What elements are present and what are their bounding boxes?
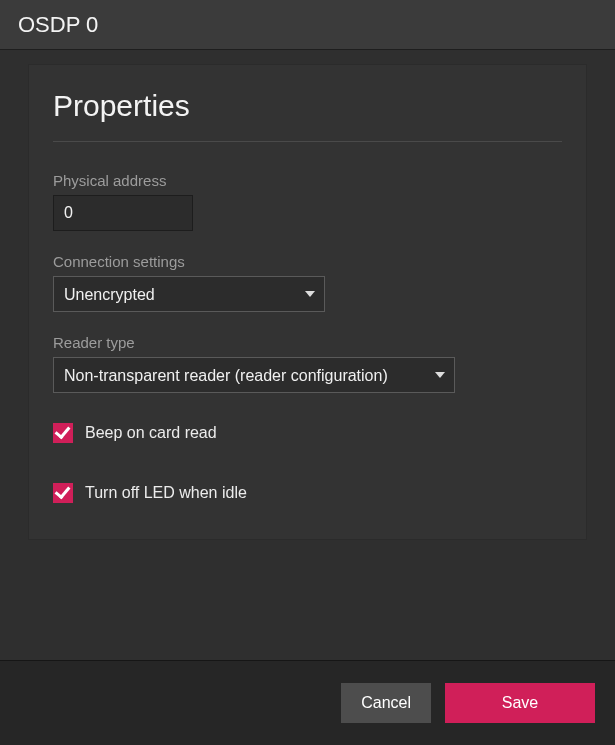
led-checkbox[interactable] (53, 483, 73, 503)
physical-address-group: Physical address (53, 172, 562, 231)
reader-type-label: Reader type (53, 334, 562, 351)
save-button[interactable]: Save (445, 683, 595, 723)
reader-type-select-wrap: Non-transparent reader (reader configura… (53, 357, 455, 393)
beep-checkbox[interactable] (53, 423, 73, 443)
connection-settings-group: Connection settings Unencrypted (53, 253, 562, 312)
dialog-footer: Cancel Save (0, 660, 615, 745)
beep-checkbox-label: Beep on card read (85, 424, 217, 442)
panel-heading: Properties (53, 89, 562, 123)
window-title: OSDP 0 (18, 12, 98, 38)
content-area: Properties Physical address Connection s… (0, 50, 615, 560)
connection-settings-select-wrap: Unencrypted (53, 276, 325, 312)
physical-address-input[interactable] (53, 195, 193, 231)
led-checkbox-row[interactable]: Turn off LED when idle (53, 483, 562, 503)
reader-type-group: Reader type Non-transparent reader (read… (53, 334, 562, 393)
properties-panel: Properties Physical address Connection s… (28, 64, 587, 540)
led-checkbox-label: Turn off LED when idle (85, 484, 247, 502)
beep-checkbox-row[interactable]: Beep on card read (53, 423, 562, 443)
connection-settings-label: Connection settings (53, 253, 562, 270)
cancel-button[interactable]: Cancel (341, 683, 431, 723)
title-bar: OSDP 0 (0, 0, 615, 50)
reader-type-select[interactable]: Non-transparent reader (reader configura… (53, 357, 455, 393)
panel-header: Properties (53, 79, 562, 142)
physical-address-label: Physical address (53, 172, 562, 189)
connection-settings-select[interactable]: Unencrypted (53, 276, 325, 312)
